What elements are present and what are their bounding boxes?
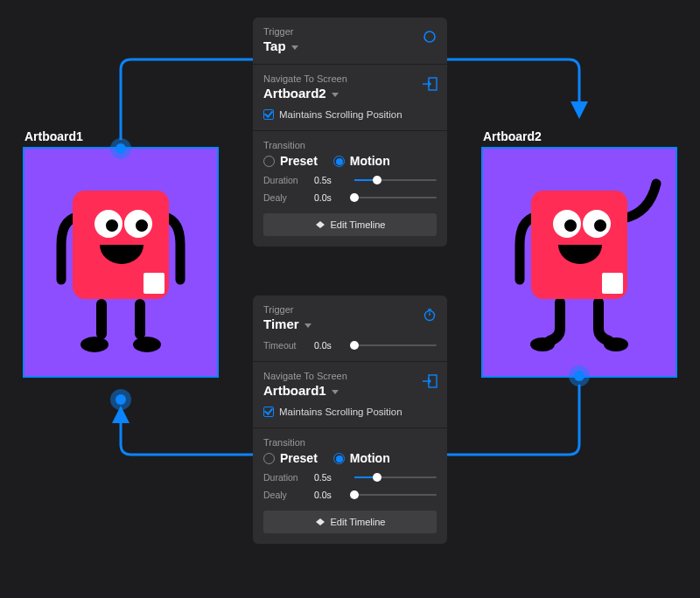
timeline-icon <box>315 220 326 229</box>
navigate-icon <box>421 372 438 390</box>
duration-label: Duration <box>263 175 314 185</box>
svg-point-16 <box>594 219 606 232</box>
preset-radio[interactable]: Preset <box>263 154 318 168</box>
artboard1-canvas[interactable] <box>24 149 217 376</box>
delay-label: Dealy <box>263 490 314 500</box>
maintain-scroll-checkbox[interactable]: Maintains Scrolling Position <box>263 109 437 120</box>
svg-point-18 <box>424 31 435 42</box>
trigger-section: Trigger Tap <box>253 17 447 64</box>
navigate-section: Navigate To Screen Artboard2 Maintains S… <box>253 65 447 130</box>
navigate-label: Navigate To Screen <box>263 73 437 84</box>
svg-point-7 <box>106 219 118 232</box>
navigate-section: Navigate To Screen Artboard1 Maintains S… <box>253 362 447 428</box>
tap-icon <box>421 28 438 45</box>
trigger-section: Trigger Timer Timeout 0.0s <box>253 296 447 361</box>
artboard2-canvas[interactable] <box>483 149 676 376</box>
svg-rect-1 <box>135 299 145 339</box>
navigate-select[interactable]: Artboard2 <box>263 86 437 101</box>
navigate-icon <box>421 75 438 93</box>
delay-label: Dealy <box>263 192 314 203</box>
duration-label: Duration <box>263 472 314 483</box>
trigger-label: Trigger <box>263 304 437 315</box>
artboard-label[interactable]: Artboard2 <box>483 129 542 143</box>
maintain-scroll-label: Maintains Scrolling Position <box>279 407 402 417</box>
timeline-icon <box>315 518 326 526</box>
transition-label: Transition <box>263 437 437 448</box>
chevron-down-icon <box>332 93 339 97</box>
duration-slider[interactable] <box>354 476 437 478</box>
transition-section: Transition Preset Motion Duration 0.5s D… <box>253 428 447 544</box>
delay-value[interactable]: 0.0s <box>314 192 354 203</box>
delay-slider[interactable] <box>354 494 437 496</box>
connection-node[interactable] <box>110 138 131 159</box>
trigger-value: Timer <box>263 316 299 331</box>
transition-section: Transition Preset Motion Duration 0.5s D… <box>253 131 447 247</box>
interaction-panel-1: Trigger Tap Navigate To Screen Artboard2… <box>253 17 447 247</box>
navigate-select[interactable]: Artboard1 <box>263 383 437 398</box>
timeout-value[interactable]: 0.0s <box>314 340 354 351</box>
edit-timeline-button[interactable]: Edit Timeline <box>263 511 437 533</box>
chevron-down-icon <box>304 323 312 328</box>
motion-radio[interactable]: Motion <box>333 154 390 168</box>
maintain-scroll-checkbox[interactable]: Maintains Scrolling Position <box>263 407 437 417</box>
timeout-slider[interactable] <box>354 344 437 346</box>
motion-radio[interactable]: Motion <box>333 451 390 465</box>
trigger-label: Trigger <box>263 26 437 37</box>
trigger-select[interactable]: Tap <box>263 38 437 53</box>
chevron-down-icon <box>332 390 339 394</box>
svg-point-15 <box>564 219 577 232</box>
character-illustration <box>483 149 676 376</box>
delay-slider[interactable] <box>354 197 437 198</box>
trigger-select[interactable]: Timer <box>263 316 437 331</box>
trigger-value: Tap <box>263 38 286 53</box>
delay-value[interactable]: 0.0s <box>314 490 354 500</box>
interaction-panel-2: Trigger Timer Timeout 0.0s Navigate To S… <box>253 296 447 544</box>
duration-slider[interactable] <box>354 179 437 181</box>
connection-node[interactable] <box>569 365 590 386</box>
svg-point-2 <box>80 337 108 352</box>
svg-rect-17 <box>602 273 623 294</box>
svg-point-8 <box>136 219 148 232</box>
transition-label: Transition <box>263 140 437 150</box>
svg-point-11 <box>604 337 628 351</box>
timer-icon <box>421 306 438 323</box>
svg-point-10 <box>530 337 555 351</box>
checkbox-icon <box>263 109 274 120</box>
timeout-label: Timeout <box>263 340 314 351</box>
duration-value[interactable]: 0.5s <box>314 472 354 483</box>
navigate-value: Artboard1 <box>263 383 326 398</box>
duration-value[interactable]: 0.5s <box>314 175 354 185</box>
svg-rect-0 <box>96 299 107 339</box>
navigate-value: Artboard2 <box>263 86 326 101</box>
svg-point-3 <box>133 337 161 352</box>
connection-node[interactable] <box>110 389 131 410</box>
svg-rect-9 <box>144 273 164 294</box>
navigate-label: Navigate To Screen <box>263 371 437 381</box>
chevron-down-icon <box>291 45 298 50</box>
artboard-label[interactable]: Artboard1 <box>24 129 83 143</box>
preset-radio[interactable]: Preset <box>263 451 318 465</box>
character-illustration <box>24 149 217 376</box>
maintain-scroll-label: Maintains Scrolling Position <box>279 109 402 120</box>
edit-timeline-button[interactable]: Edit Timeline <box>263 213 437 236</box>
checkbox-icon <box>263 407 274 417</box>
